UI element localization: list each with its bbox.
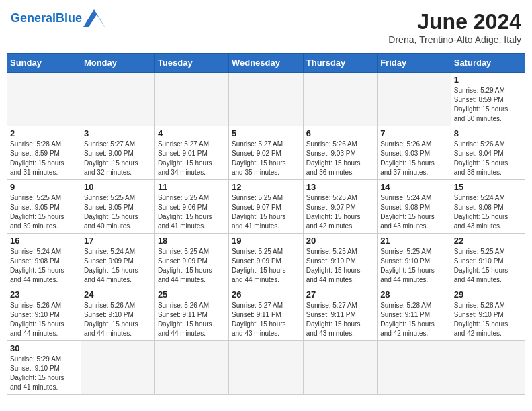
calendar-cell: 1Sunrise: 5:29 AM Sunset: 8:59 PM Daylig… [451,73,525,126]
calendar-cell: 23Sunrise: 5:26 AM Sunset: 9:10 PM Dayli… [7,287,81,341]
day-info: Sunrise: 5:26 AM Sunset: 9:11 PM Dayligh… [158,301,226,338]
weekday-header-saturday: Saturday [451,54,525,73]
day-info: Sunrise: 5:27 AM Sunset: 9:00 PM Dayligh… [84,140,152,177]
day-info: Sunrise: 5:28 AM Sunset: 9:11 PM Dayligh… [380,301,448,338]
calendar-cell [303,341,377,395]
day-number: 15 [454,182,522,192]
calendar-cell [228,73,303,126]
day-info: Sunrise: 5:28 AM Sunset: 9:10 PM Dayligh… [454,301,522,338]
calendar-subtitle: Drena, Trentino-Alto Adige, Italy [388,34,521,45]
day-number: 14 [380,182,448,192]
calendar-cell: 22Sunrise: 5:25 AM Sunset: 9:10 PM Dayli… [451,234,525,287]
calendar-cell: 24Sunrise: 5:26 AM Sunset: 9:10 PM Dayli… [81,287,154,341]
weekday-header-thursday: Thursday [303,54,377,73]
calendar-cell [451,341,525,395]
day-info: Sunrise: 5:26 AM Sunset: 9:10 PM Dayligh… [10,301,78,338]
day-info: Sunrise: 5:25 AM Sunset: 9:09 PM Dayligh… [232,247,300,285]
calendar-week-2: 9Sunrise: 5:25 AM Sunset: 9:05 PM Daylig… [7,180,525,234]
calendar-title: June 2024 [388,9,521,34]
calendar-cell: 13Sunrise: 5:25 AM Sunset: 9:07 PM Dayli… [303,180,377,234]
day-number: 11 [158,182,226,192]
title-block: June 2024 Drena, Trentino-Alto Adige, It… [388,9,521,45]
day-number: 21 [380,236,448,246]
day-info: Sunrise: 5:25 AM Sunset: 9:09 PM Dayligh… [158,247,226,285]
day-info: Sunrise: 5:25 AM Sunset: 9:10 PM Dayligh… [306,247,374,285]
calendar-cell [81,341,154,395]
day-info: Sunrise: 5:26 AM Sunset: 9:03 PM Dayligh… [306,140,374,177]
day-number: 2 [10,128,78,138]
day-number: 17 [84,236,152,246]
day-number: 3 [84,128,152,138]
calendar-week-3: 16Sunrise: 5:24 AM Sunset: 9:08 PM Dayli… [7,234,525,287]
day-number: 8 [454,128,522,138]
day-number: 26 [232,289,300,300]
weekday-header-wednesday: Wednesday [228,54,303,73]
calendar-cell: 28Sunrise: 5:28 AM Sunset: 9:11 PM Dayli… [378,287,451,341]
day-info: Sunrise: 5:27 AM Sunset: 9:01 PM Dayligh… [158,140,226,177]
calendar-cell: 29Sunrise: 5:28 AM Sunset: 9:10 PM Dayli… [451,287,525,341]
calendar-cell: 9Sunrise: 5:25 AM Sunset: 9:05 PM Daylig… [7,180,81,234]
day-info: Sunrise: 5:27 AM Sunset: 9:11 PM Dayligh… [232,301,300,338]
calendar-table: SundayMondayTuesdayWednesdayThursdayFrid… [7,53,525,395]
calendar-cell: 15Sunrise: 5:24 AM Sunset: 9:08 PM Dayli… [451,180,525,234]
day-number: 5 [232,128,300,138]
weekday-header-monday: Monday [81,54,154,73]
calendar-cell [228,341,303,395]
day-number: 4 [158,128,226,138]
calendar-cell: 27Sunrise: 5:27 AM Sunset: 9:11 PM Dayli… [303,287,377,341]
day-number: 9 [10,182,78,192]
day-info: Sunrise: 5:24 AM Sunset: 9:08 PM Dayligh… [380,193,448,231]
day-info: Sunrise: 5:24 AM Sunset: 9:08 PM Dayligh… [454,193,522,231]
day-number: 29 [454,289,522,300]
day-info: Sunrise: 5:26 AM Sunset: 9:03 PM Dayligh… [380,140,448,177]
calendar-cell [378,341,451,395]
day-number: 27 [306,289,374,300]
calendar-cell: 17Sunrise: 5:24 AM Sunset: 9:09 PM Dayli… [81,234,154,287]
calendar-cell: 20Sunrise: 5:25 AM Sunset: 9:10 PM Dayli… [303,234,377,287]
day-number: 7 [380,128,448,138]
calendar-cell: 14Sunrise: 5:24 AM Sunset: 9:08 PM Dayli… [378,180,451,234]
calendar-cell: 8Sunrise: 5:26 AM Sunset: 9:04 PM Daylig… [451,126,525,180]
calendar-cell [81,73,154,126]
calendar-header: GeneralBlue June 2024 Drena, Trentino-Al… [7,7,525,48]
day-info: Sunrise: 5:27 AM Sunset: 9:11 PM Dayligh… [306,301,374,338]
calendar-cell [154,341,228,395]
calendar-cell: 2Sunrise: 5:28 AM Sunset: 8:59 PM Daylig… [7,126,81,180]
calendar-cell: 10Sunrise: 5:25 AM Sunset: 9:05 PM Dayli… [81,180,154,234]
day-info: Sunrise: 5:26 AM Sunset: 9:04 PM Dayligh… [454,140,522,177]
calendar-week-0: 1Sunrise: 5:29 AM Sunset: 8:59 PM Daylig… [7,73,525,126]
day-number: 30 [10,343,78,353]
day-number: 20 [306,236,374,246]
day-number: 6 [306,128,374,138]
calendar-cell [378,73,451,126]
weekday-header-row: SundayMondayTuesdayWednesdayThursdayFrid… [7,54,525,73]
calendar-cell: 12Sunrise: 5:25 AM Sunset: 9:07 PM Dayli… [228,180,303,234]
day-info: Sunrise: 5:24 AM Sunset: 9:09 PM Dayligh… [84,247,152,285]
day-info: Sunrise: 5:27 AM Sunset: 9:02 PM Dayligh… [232,140,300,177]
day-info: Sunrise: 5:25 AM Sunset: 9:05 PM Dayligh… [84,193,152,231]
day-number: 16 [10,236,78,246]
calendar-cell [303,73,377,126]
day-number: 19 [232,236,300,246]
day-number: 22 [454,236,522,246]
logo-text: GeneralBlue [11,11,82,26]
calendar-week-4: 23Sunrise: 5:26 AM Sunset: 9:10 PM Dayli… [7,287,525,341]
day-number: 24 [84,289,152,300]
calendar-week-1: 2Sunrise: 5:28 AM Sunset: 8:59 PM Daylig… [7,126,525,180]
day-info: Sunrise: 5:25 AM Sunset: 9:06 PM Dayligh… [158,193,226,231]
day-number: 10 [84,182,152,192]
day-info: Sunrise: 5:28 AM Sunset: 8:59 PM Dayligh… [10,140,78,177]
day-info: Sunrise: 5:26 AM Sunset: 9:10 PM Dayligh… [84,301,152,338]
calendar-cell: 16Sunrise: 5:24 AM Sunset: 9:08 PM Dayli… [7,234,81,287]
calendar-cell: 21Sunrise: 5:25 AM Sunset: 9:10 PM Dayli… [378,234,451,287]
weekday-header-sunday: Sunday [7,54,81,73]
day-info: Sunrise: 5:25 AM Sunset: 9:07 PM Dayligh… [306,193,374,231]
day-info: Sunrise: 5:29 AM Sunset: 8:59 PM Dayligh… [454,86,522,124]
day-number: 23 [10,289,78,300]
day-info: Sunrise: 5:25 AM Sunset: 9:05 PM Dayligh… [10,193,78,231]
day-info: Sunrise: 5:25 AM Sunset: 9:10 PM Dayligh… [454,247,522,285]
day-info: Sunrise: 5:25 AM Sunset: 9:07 PM Dayligh… [232,193,300,231]
weekday-header-friday: Friday [378,54,451,73]
day-info: Sunrise: 5:29 AM Sunset: 9:10 PM Dayligh… [10,355,78,392]
day-info: Sunrise: 5:25 AM Sunset: 9:10 PM Dayligh… [380,247,448,285]
